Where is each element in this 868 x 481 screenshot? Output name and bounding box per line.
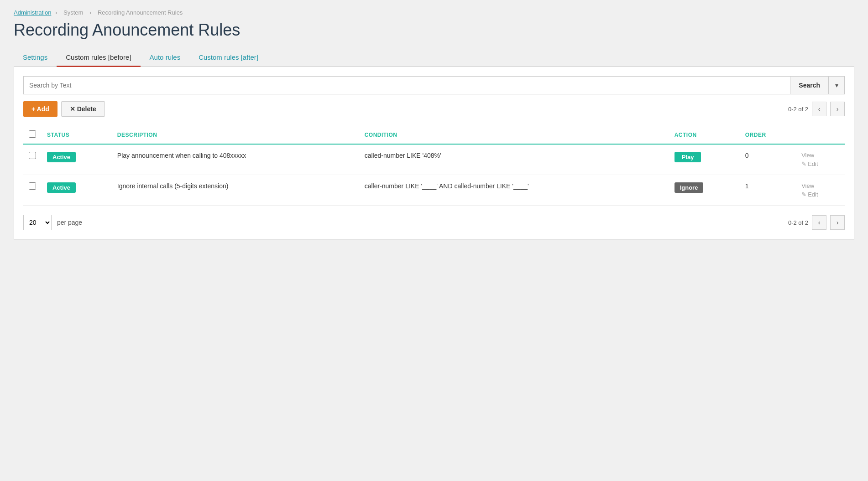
row2-checkbox-cell: [23, 175, 42, 206]
search-button[interactable]: Search: [790, 76, 828, 94]
delete-button[interactable]: ✕ Delete: [61, 101, 105, 117]
row2-action-links: View ✎ Edit: [801, 182, 839, 198]
row1-action-badge: Play: [675, 152, 701, 162]
row2-action-cell: Ignore: [669, 175, 740, 206]
prev-page-button-top[interactable]: ‹: [812, 102, 826, 116]
add-button[interactable]: + Add: [23, 101, 58, 117]
breadcrumb-system: System: [63, 9, 83, 16]
next-page-button-top[interactable]: ›: [830, 102, 845, 116]
next-page-button-bottom[interactable]: ›: [830, 215, 845, 230]
edit-icon: ✎: [801, 160, 806, 167]
select-all-checkbox[interactable]: [29, 130, 36, 138]
content-panel: Search ▾ + Add ✕ Delete 0-2 of 2 ‹ ›: [14, 67, 854, 240]
toolbar-left: + Add ✕ Delete: [23, 101, 105, 117]
tabs-container: Settings Custom rules [before] Auto rule…: [14, 49, 854, 67]
page-title: Recording Anouncement Rules: [14, 21, 854, 40]
breadcrumb: Administration › System › Recording Anno…: [14, 9, 854, 16]
row2-checkbox[interactable]: [29, 182, 36, 190]
breadcrumb-admin-link[interactable]: Administration: [14, 9, 51, 16]
header-order: ORDER: [740, 126, 796, 144]
row1-action-cell: Play: [669, 144, 740, 175]
pagination-info-bottom: 0-2 of 2 ‹ ›: [788, 215, 845, 230]
table-row: Active Ignore internal calls (5-digits e…: [23, 175, 845, 206]
header-condition: CONDITION: [359, 126, 669, 144]
row2-condition-cell: caller-number LIKE '____' AND called-num…: [359, 175, 669, 206]
row1-description-cell: Play announcement when calling to 408xxx…: [112, 144, 359, 175]
row1-condition-cell: called-number LIKE '408%': [359, 144, 669, 175]
chevron-down-icon: ▾: [835, 82, 838, 89]
header-actions: [796, 126, 845, 144]
table-header-row: STATUS DESCRIPTION CONDITION ACTION ORDE…: [23, 126, 845, 144]
search-dropdown-button[interactable]: ▾: [828, 76, 845, 94]
row2-edit-link[interactable]: ✎ Edit: [801, 191, 839, 198]
row2-links-cell: View ✎ Edit: [796, 175, 845, 206]
header-action: ACTION: [669, 126, 740, 144]
prev-page-button-bottom[interactable]: ‹: [812, 215, 826, 230]
row2-action-badge: Ignore: [675, 182, 704, 193]
row1-status-badge: Active: [47, 152, 76, 162]
row1-checkbox-cell: [23, 144, 42, 175]
breadcrumb-current: Recording Announcement Rules: [98, 9, 183, 16]
rules-table: STATUS DESCRIPTION CONDITION ACTION ORDE…: [23, 126, 845, 206]
row2-description-cell: Ignore internal calls (5-digits extensio…: [112, 175, 359, 206]
row2-status-cell: Active: [42, 175, 112, 206]
row1-checkbox[interactable]: [29, 152, 36, 159]
pagination-count-top: 0-2 of 2: [788, 106, 808, 113]
row1-edit-link[interactable]: ✎ Edit: [801, 160, 839, 167]
tab-custom-rules-after[interactable]: Custom rules [after]: [189, 49, 267, 67]
row1-links-cell: View ✎ Edit: [796, 144, 845, 175]
footer-row: 20 50 100 per page 0-2 of 2 ‹ ›: [23, 215, 845, 230]
header-description: DESCRIPTION: [112, 126, 359, 144]
row1-action-links: View ✎ Edit: [801, 152, 839, 167]
tab-custom-rules-before[interactable]: Custom rules [before]: [57, 49, 140, 67]
header-status: STATUS: [42, 126, 112, 144]
per-page-select[interactable]: 20 50 100: [23, 215, 52, 230]
per-page-section: 20 50 100 per page: [23, 215, 82, 230]
search-input[interactable]: [23, 76, 790, 94]
edit-icon: ✎: [801, 191, 806, 198]
header-checkbox-col: [23, 126, 42, 144]
row1-order-cell: 0: [740, 144, 796, 175]
row2-view-link[interactable]: View: [801, 182, 839, 189]
row1-status-cell: Active: [42, 144, 112, 175]
search-row: Search ▾: [23, 76, 845, 94]
pagination-info-top: 0-2 of 2 ‹ ›: [788, 102, 845, 116]
pagination-count-bottom: 0-2 of 2: [788, 219, 808, 226]
per-page-label: per page: [57, 219, 82, 226]
row2-order-cell: 1: [740, 175, 796, 206]
row2-status-badge: Active: [47, 182, 76, 193]
tab-settings[interactable]: Settings: [14, 49, 57, 67]
table-row: Active Play announcement when calling to…: [23, 144, 845, 175]
row1-view-link[interactable]: View: [801, 152, 839, 159]
toolbar-row: + Add ✕ Delete 0-2 of 2 ‹ ›: [23, 101, 845, 117]
tab-auto-rules[interactable]: Auto rules: [141, 49, 190, 67]
